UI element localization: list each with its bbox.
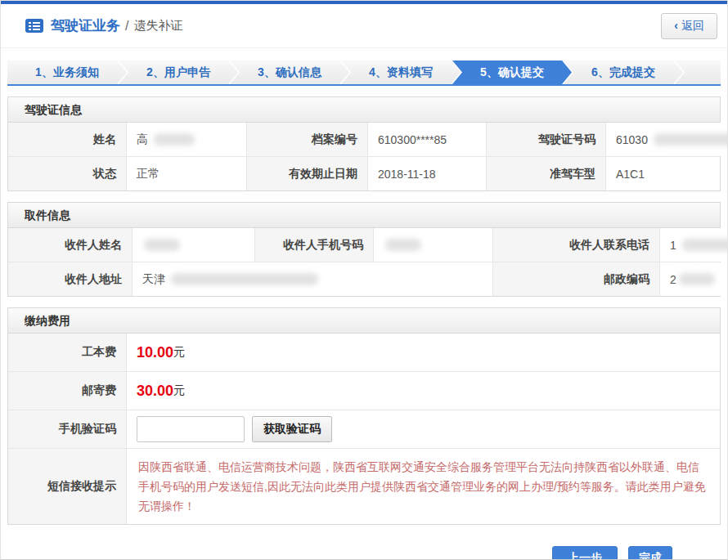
- list-menu-icon: [25, 19, 43, 33]
- payment-section-title: 缴纳费用: [8, 308, 720, 334]
- vehicle-class-label: 准驾车型: [487, 157, 606, 190]
- name-label: 姓名: [8, 123, 127, 156]
- redacted-blur: [144, 239, 180, 251]
- page-title: 驾驶证业务: [51, 16, 120, 35]
- page-header: 驾驶证业务 / 遗失补证 ‹返回: [1, 4, 727, 48]
- bottom-actions: 上一步 完成: [7, 546, 721, 560]
- currency-unit: 元: [173, 345, 185, 360]
- production-fee-value: 10.00元: [127, 334, 720, 371]
- table-row: 邮寄费 30.00元: [8, 371, 720, 410]
- redacted-blur: [654, 133, 728, 146]
- step-4-fill-data: 4、资料填写: [341, 60, 461, 84]
- sms-code-cell: 获取验证码: [127, 410, 720, 448]
- sms-code-input[interactable]: [137, 416, 245, 442]
- redacted-blur: [385, 239, 421, 251]
- step-3-confirm-info: 3、确认信息: [230, 60, 349, 84]
- step-6-complete: 6、完成提交: [564, 60, 683, 84]
- back-button-label: 返回: [681, 19, 704, 32]
- step-1-notice: 1、业务须知: [7, 60, 127, 84]
- redacted-blur: [679, 273, 715, 285]
- status-value: 正常: [127, 157, 247, 190]
- valid-until-value: 2018-11-18: [368, 157, 487, 190]
- fee-amount: 10.00: [137, 344, 173, 361]
- redacted-blur: [154, 133, 195, 146]
- license-number-label: 驾驶证号码: [487, 123, 606, 156]
- sms-notice-label: 短信接收提示: [8, 449, 127, 524]
- recipient-mobile-value: [374, 228, 493, 262]
- sms-code-label: 手机验证码: [8, 410, 127, 448]
- back-button[interactable]: ‹返回: [661, 13, 717, 39]
- recipient-address-label: 收件人地址: [8, 262, 133, 296]
- sms-notice-cell: 因陕西省联通、电信运营商技术问题，陕西省互联网交通安全综合服务管理平台无法向持陕…: [127, 449, 720, 524]
- mailing-fee-value: 30.00元: [127, 372, 720, 410]
- table-row: 工本费 10.00元: [8, 334, 720, 371]
- mailing-fee-label: 邮寄费: [8, 372, 127, 410]
- payment-section: 缴纳费用 工本费 10.00元 邮寄费 30.00元 手机验证码 获取验证码 短…: [7, 307, 721, 525]
- table-row: 手机验证码 获取验证码: [8, 410, 720, 448]
- redacted-blur: [171, 273, 318, 285]
- previous-step-button[interactable]: 上一步: [552, 546, 618, 560]
- pickup-section-title: 取件信息: [8, 203, 720, 228]
- back-chevron-icon: ‹: [674, 19, 678, 32]
- step-5-confirm-submit-active: 5、确认提交: [452, 60, 572, 84]
- sms-notice-text: 因陕西省联通、电信运营商技术问题，陕西省互联网交通安全综合服务管理平台无法向持陕…: [127, 449, 720, 524]
- postal-code-value: 2: [660, 262, 725, 296]
- valid-until-label: 有效期止日期: [247, 157, 368, 190]
- fee-amount: 30.00: [137, 383, 173, 400]
- recipient-mobile-label: 收件人手机号码: [255, 228, 374, 262]
- step-progress-bar: 1、业务须知 2、用户申告 3、确认信息 4、资料填写 5、确认提交 6、完成提…: [7, 60, 721, 86]
- license-number-value: 61030: [606, 123, 728, 156]
- license-info-section: 驾驶证信息 姓名 高 档案编号 610300****85 驾驶证号码 61030…: [7, 96, 721, 191]
- table-row: 收件人地址 天津 邮政编码 2: [8, 262, 720, 296]
- page: 驾驶证业务 / 遗失补证 ‹返回 1、业务须知 2、用户申告 3、确认信息 4、…: [0, 0, 728, 560]
- table-row: 姓名 高 档案编号 610300****85 驾驶证号码 61030: [8, 123, 720, 156]
- recipient-name-label: 收件人姓名: [8, 228, 133, 262]
- recipient-phone-value: 1: [660, 228, 728, 262]
- pickup-info-section: 取件信息 收件人姓名 收件人手机号码 收件人联系电话 1 收件人地址 天津 邮政…: [7, 202, 721, 297]
- name-value: 高: [127, 123, 247, 156]
- redacted-blur: [682, 239, 728, 251]
- production-fee-label: 工本费: [8, 334, 127, 371]
- table-row: 收件人姓名 收件人手机号码 收件人联系电话 1: [8, 228, 720, 262]
- file-number-value: 610300****85: [368, 123, 487, 156]
- status-label: 状态: [8, 157, 127, 190]
- recipient-phone-label: 收件人联系电话: [493, 228, 660, 262]
- recipient-address-value: 天津: [133, 262, 493, 296]
- license-section-title: 驾驶证信息: [8, 97, 720, 123]
- currency-unit: 元: [173, 383, 185, 398]
- step-2-declare: 2、用户申告: [119, 60, 238, 84]
- breadcrumb-current: 遗失补证: [133, 18, 182, 34]
- table-row: 短信接收提示 因陕西省联通、电信运营商技术问题，陕西省互联网交通安全综合服务管理…: [8, 448, 720, 524]
- recipient-name-value: [133, 228, 255, 262]
- breadcrumb-separator: /: [125, 19, 128, 34]
- get-sms-code-button[interactable]: 获取验证码: [252, 416, 332, 442]
- postal-code-label: 邮政编码: [493, 262, 660, 296]
- file-number-label: 档案编号: [247, 123, 368, 156]
- vehicle-class-value: A1C1: [606, 157, 720, 190]
- table-row: 状态 正常 有效期止日期 2018-11-18 准驾车型 A1C1: [8, 156, 720, 190]
- finish-button[interactable]: 完成: [628, 546, 672, 560]
